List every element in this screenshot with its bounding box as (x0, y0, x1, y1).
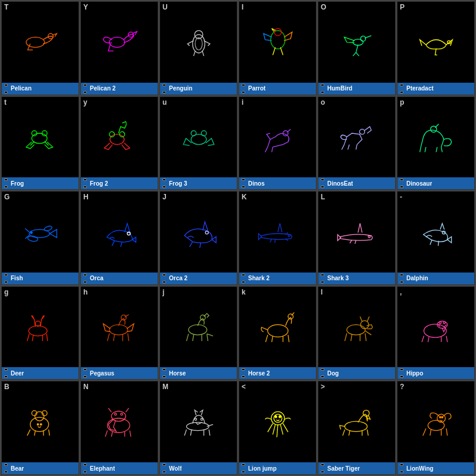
svg-point-19 (191, 131, 196, 136)
cell-frog[interactable]: t Frog (1, 96, 79, 190)
cell-parrot[interactable]: I Parrot (239, 1, 317, 95)
cell-pegasus[interactable]: h Pegasus (80, 286, 158, 380)
animal-name: Horse (169, 370, 186, 377)
cell-frog2[interactable]: y Frog 2 (80, 96, 158, 190)
label-bar: HumBird (318, 83, 395, 95)
cell-pteradact[interactable]: P Pteradact (397, 1, 475, 95)
cell-hippo[interactable]: , Hippo (397, 286, 475, 380)
animal-canvas (81, 2, 158, 83)
animal-name: Lion jump (248, 465, 277, 472)
svg-point-54 (111, 411, 126, 421)
cell-frog3[interactable]: u Frog 3 (159, 96, 237, 190)
label-bar: Horse 2 (239, 367, 316, 379)
svg-point-2 (109, 37, 124, 47)
cell-shark2[interactable]: K Shark 2 (239, 191, 317, 285)
key-label: k (242, 288, 246, 296)
animal-canvas (239, 381, 316, 462)
cell-sabertiger[interactable]: > Saber Tiger (318, 381, 396, 475)
label-bar: LionWing (397, 462, 474, 474)
cell-pelican[interactable]: T Pelican (1, 1, 79, 95)
cell-horse2[interactable]: k Horse 2 (239, 286, 317, 380)
animal-canvas (318, 2, 395, 83)
label-bar: Dalphin (397, 273, 474, 284)
key-label: > (321, 383, 325, 391)
key-label: o (321, 98, 325, 107)
label-bar: Saber Tiger (318, 462, 395, 474)
svg-point-29 (205, 231, 208, 234)
svg-point-33 (29, 325, 47, 336)
cell-lionwing[interactable]: ? LionWing (397, 381, 475, 475)
cell-elephant[interactable]: N Elephant (80, 381, 158, 475)
animal-name: Fish (11, 275, 23, 281)
animal-canvas (160, 2, 237, 83)
key-label: K (242, 193, 247, 201)
label-bar: Frog (2, 177, 79, 189)
svg-point-14 (42, 131, 47, 136)
label-bar: Frog 3 (160, 177, 237, 189)
animal-name: LionWing (406, 465, 433, 472)
animal-canvas (397, 381, 474, 462)
svg-point-60 (271, 412, 284, 425)
cell-wolf[interactable]: M Wolf (159, 381, 237, 475)
key-label: - (400, 193, 402, 201)
cell-orca2[interactable]: J Orca 2 (159, 191, 237, 285)
cell-dinos[interactable]: i Dinos (239, 96, 317, 190)
key-label: l (321, 288, 322, 296)
svg-point-0 (26, 37, 45, 47)
key-label: h (83, 288, 87, 296)
animal-name: Orca 2 (169, 275, 187, 281)
animal-name: Bear (11, 465, 24, 472)
cell-dog[interactable]: l Dog (318, 286, 396, 380)
svg-point-8 (274, 29, 281, 36)
cell-penguin[interactable]: U Penguin (159, 1, 237, 95)
svg-point-46 (443, 321, 445, 323)
key-label: P (400, 3, 405, 11)
svg-point-27 (27, 235, 37, 242)
cell-horse[interactable]: j Horse (159, 286, 237, 380)
label-bar: Pelican 2 (81, 83, 158, 95)
animal-canvas (239, 2, 316, 83)
animal-name: Frog 3 (169, 180, 187, 187)
cell-shark3[interactable]: L Shark 3 (318, 191, 396, 285)
animal-canvas (160, 287, 237, 368)
key-label: p (400, 98, 404, 107)
animal-name: Pegasus (90, 370, 114, 377)
key-label: T (4, 3, 8, 11)
svg-point-39 (267, 324, 287, 337)
svg-point-51 (37, 424, 39, 425)
cell-lionjump[interactable]: < Lion jump (239, 381, 317, 475)
animal-name: Pteradact (406, 85, 434, 92)
cell-deer[interactable]: g Deer (1, 286, 79, 380)
label-bar: Dinosaur (397, 177, 474, 189)
cell-humbird[interactable]: O HumBird (318, 1, 396, 95)
cell-dalphin[interactable]: - Dalphin (397, 191, 475, 285)
cell-dinoseat[interactable]: o DinosEat (318, 96, 396, 190)
key-label: H (83, 193, 89, 201)
label-bar: Horse (160, 367, 237, 379)
key-label: N (83, 383, 89, 391)
animal-canvas (397, 192, 474, 273)
animal-name: Dinosaur (406, 180, 432, 187)
animal-name: Pelican 2 (90, 85, 115, 92)
key-label: u (162, 98, 167, 107)
key-label: J (162, 193, 167, 201)
label-bar: Orca 2 (160, 273, 237, 284)
cell-pelican2[interactable]: Y Pelican 2 (80, 1, 158, 95)
animal-canvas (81, 192, 158, 273)
cell-dinosaur[interactable]: p Dinosaur (397, 96, 475, 190)
svg-point-36 (121, 315, 126, 320)
label-bar: Hippo (397, 367, 474, 379)
cell-bear[interactable]: B Bear (1, 381, 79, 475)
svg-point-37 (188, 324, 206, 334)
animal-name: Deer (11, 370, 24, 377)
label-bar: Fish (2, 273, 79, 284)
cell-fish[interactable]: G Fish (1, 191, 79, 285)
animal-canvas (318, 192, 395, 273)
svg-point-7 (271, 30, 285, 49)
cell-orca[interactable]: H Orca (80, 191, 158, 285)
animal-canvas (2, 192, 79, 273)
animal-canvas (318, 381, 395, 462)
label-bar: Shark 2 (239, 273, 316, 284)
animal-name: HumBird (327, 85, 352, 92)
svg-point-56 (120, 414, 122, 415)
